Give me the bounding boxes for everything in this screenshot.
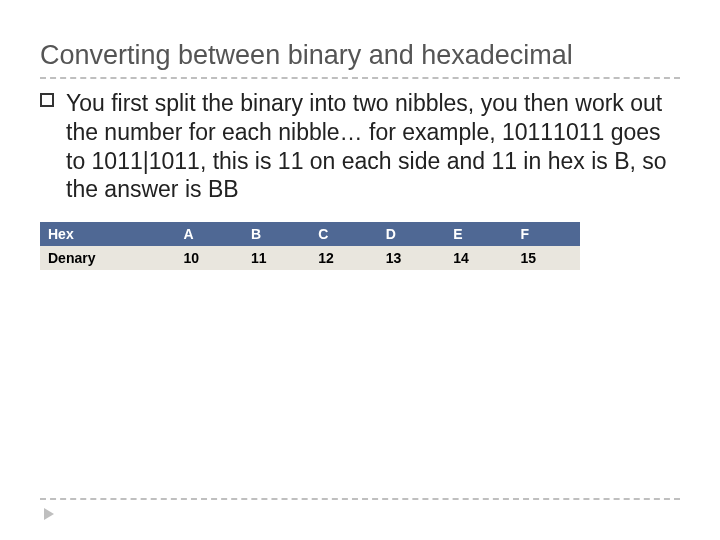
body-paragraph: You first split the binary into two nibb… xyxy=(40,89,680,204)
row-label: Hex xyxy=(40,222,176,246)
hex-denary-table: Hex A B C D E F Denary 10 11 12 13 14 15 xyxy=(40,222,580,270)
cell: D xyxy=(378,222,445,246)
cell: C xyxy=(310,222,377,246)
row-label: Denary xyxy=(40,246,176,270)
table-row: Hex A B C D E F xyxy=(40,222,580,246)
table-row: Denary 10 11 12 13 14 15 xyxy=(40,246,580,270)
body-text: You first split the binary into two nibb… xyxy=(66,90,667,202)
cell: E xyxy=(445,222,512,246)
footer-divider xyxy=(40,498,680,500)
slide: Converting between binary and hexadecima… xyxy=(0,0,720,540)
cell: 12 xyxy=(310,246,377,270)
cell: 15 xyxy=(513,246,580,270)
cell: F xyxy=(513,222,580,246)
cell: 10 xyxy=(176,246,243,270)
cell: A xyxy=(176,222,243,246)
cell: 11 xyxy=(243,246,310,270)
slide-title: Converting between binary and hexadecima… xyxy=(40,40,680,79)
cell: B xyxy=(243,222,310,246)
bullet-icon xyxy=(40,93,54,107)
cell: 13 xyxy=(378,246,445,270)
cell: 14 xyxy=(445,246,512,270)
footer-arrow-icon xyxy=(44,508,54,520)
